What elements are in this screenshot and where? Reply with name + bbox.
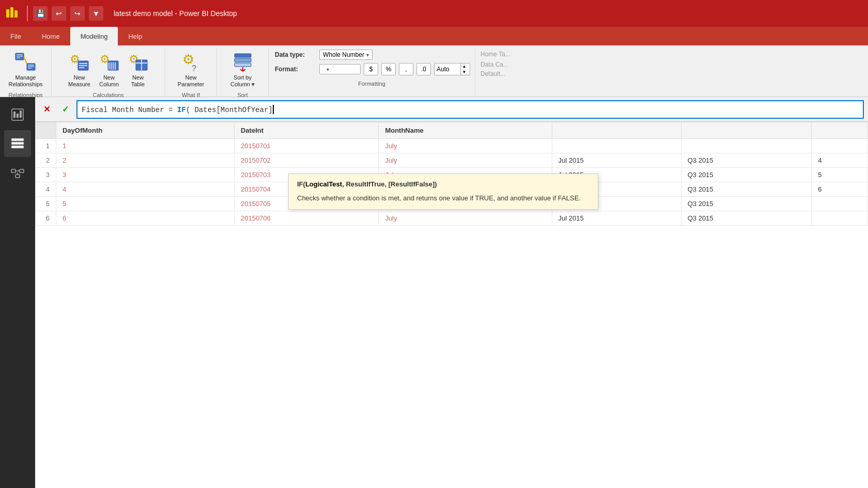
percent-button[interactable]: %	[381, 63, 396, 75]
header-row-num	[36, 122, 56, 139]
new-column-button[interactable]: ⚙ NewColumn	[96, 50, 122, 90]
auto-input[interactable]: ▲ ▼	[434, 63, 470, 75]
row-6-num: 6	[36, 211, 56, 226]
row-6-monthname: July	[379, 211, 552, 226]
row-2-monthname: July	[379, 153, 552, 168]
svg-rect-31	[235, 63, 251, 67]
row-6-col4: Jul 2015	[552, 211, 681, 226]
ribbon-group-relationships: ManageRelationships Relationships	[0, 48, 52, 97]
header-monthname[interactable]: MonthName	[379, 122, 552, 139]
svg-rect-41	[11, 146, 24, 148]
row-5-col6	[812, 197, 868, 211]
row-6-col6	[812, 211, 868, 226]
tab-modeling[interactable]: Modeling	[70, 27, 118, 45]
decimal-button[interactable]: .0	[416, 63, 431, 75]
datatype-value: Whole Number	[323, 51, 364, 58]
svg-rect-40	[11, 142, 24, 145]
undo-button[interactable]: ↩	[52, 6, 66, 21]
format-dropdown[interactable]: ▾	[319, 64, 361, 74]
tab-home[interactable]: Home	[32, 27, 70, 45]
datatype-row: Data type: Whole Number ▾	[275, 50, 471, 60]
svg-rect-39	[11, 138, 24, 141]
content-area: ✕ ✓ Fiscal Month Number = IF( Dates[Mont…	[35, 97, 868, 488]
row-1-dateint: 20150701	[234, 139, 378, 153]
new-table-icon: ⚙	[128, 52, 148, 72]
ribbon-group-formatting: Data type: Whole Number ▾ Format: ▾ $ % …	[269, 48, 475, 97]
auto-input-field[interactable]	[435, 65, 460, 74]
ribbon-group-calculations: ⚙ NewMeasure ⚙	[52, 48, 165, 97]
spin-up[interactable]: ▲	[460, 64, 468, 69]
header-col4[interactable]	[552, 122, 681, 139]
table-row: 6 6 20150706 July Jul 2015 Q3 2015	[36, 211, 868, 226]
sort-buttons: Sort byColumn ▾	[227, 48, 258, 90]
manage-relationships-label: ManageRelationships	[8, 74, 42, 88]
relationships-buttons: ManageRelationships	[5, 48, 45, 90]
autocomplete-tooltip: IF(LogicalTest, ResultIfTrue, [ResultIfF…	[288, 174, 598, 210]
sort-by-column-button[interactable]: Sort byColumn ▾	[227, 50, 258, 90]
row-1-col5	[681, 139, 812, 153]
table-row: 1 1 20150701 July	[36, 139, 868, 153]
new-column-icon: ⚙	[99, 52, 119, 72]
spinners: ▲ ▼	[460, 64, 468, 75]
new-parameter-button[interactable]: ⚙ ? NewParameter	[175, 50, 207, 90]
comma-button[interactable]: ,	[399, 63, 413, 75]
powerbi-logo	[5, 5, 22, 22]
row-6-col5: Q3 2015	[681, 211, 812, 226]
format-value	[323, 66, 324, 73]
svg-line-11	[24, 57, 27, 64]
svg-rect-43	[20, 169, 24, 172]
row-2-dateint: 20150702	[234, 153, 378, 168]
data-category-label: Data Ca...	[481, 61, 553, 68]
title-controls: 💾 ↩ ↪ ▼	[33, 6, 103, 21]
header-dateint[interactable]: DateInt	[234, 122, 378, 139]
row-6-dayofmonth: 6	[56, 211, 235, 226]
row-5-col5: Q3 2015	[681, 197, 812, 211]
sidebar-report-btn[interactable]	[4, 101, 31, 128]
save-button[interactable]: 💾	[33, 6, 48, 21]
row-5-num: 5	[36, 197, 56, 211]
formula-bar: ✕ ✓ Fiscal Month Number = IF( Dates[Mont…	[35, 97, 868, 122]
header-col5[interactable]	[681, 122, 812, 139]
formula-cancel-button[interactable]: ✕	[39, 102, 54, 117]
format-label: Format:	[275, 66, 316, 73]
redo-button[interactable]: ↪	[70, 6, 85, 21]
row-3-col6: 5	[812, 168, 868, 182]
svg-rect-42	[11, 169, 16, 172]
datatype-label: Data type:	[275, 51, 316, 58]
sidebar-model-btn[interactable]	[4, 159, 31, 186]
data-icon	[10, 136, 25, 151]
manage-relationships-icon	[15, 52, 36, 72]
header-col6[interactable]	[812, 122, 868, 139]
row-1-col4	[552, 139, 681, 153]
formula-input-wrapper: Fiscal Month Number = IF( Dates[MonthOfY…	[76, 100, 864, 119]
ribbon-tabs: File Home Modeling Help	[0, 27, 868, 45]
sidebar-data-btn[interactable]	[4, 130, 31, 157]
row-2-col6: 4	[812, 153, 868, 168]
new-parameter-icon: ⚙ ?	[180, 52, 201, 72]
default-label: Default...	[481, 70, 553, 77]
row-4-col6: 6	[812, 182, 868, 197]
dollar-button[interactable]: $	[364, 63, 378, 75]
header-dayofmonth[interactable]: DayOfMonth	[56, 122, 235, 139]
quick-access-button[interactable]: ▼	[89, 6, 103, 21]
table-header: DayOfMonth DateInt MonthName	[36, 122, 868, 139]
tab-file[interactable]: File	[0, 27, 32, 45]
row-3-dayofmonth: 3	[56, 168, 235, 182]
row-2-col5: Q3 2015	[681, 153, 812, 168]
svg-rect-36	[13, 112, 16, 118]
row-4-dayofmonth: 4	[56, 182, 235, 197]
new-table-button[interactable]: ⚙ NewTable	[125, 50, 151, 90]
spin-down[interactable]: ▼	[460, 69, 468, 75]
svg-rect-30	[235, 58, 251, 62]
formatting-group-label: Formatting	[273, 78, 471, 89]
tab-help[interactable]: Help	[118, 27, 152, 45]
table-container: DayOfMonth DateInt MonthName 1 1 2015070…	[35, 122, 868, 488]
svg-rect-37	[17, 114, 19, 118]
datatype-dropdown[interactable]: Whole Number ▾	[319, 50, 373, 60]
new-column-label: NewColumn	[99, 74, 119, 88]
formula-confirm-button[interactable]: ✓	[58, 102, 72, 117]
new-parameter-label: NewParameter	[178, 74, 204, 88]
manage-relationships-button[interactable]: ManageRelationships	[5, 50, 45, 90]
new-measure-button[interactable]: ⚙ NewMeasure	[65, 50, 94, 90]
report-icon	[10, 107, 25, 122]
